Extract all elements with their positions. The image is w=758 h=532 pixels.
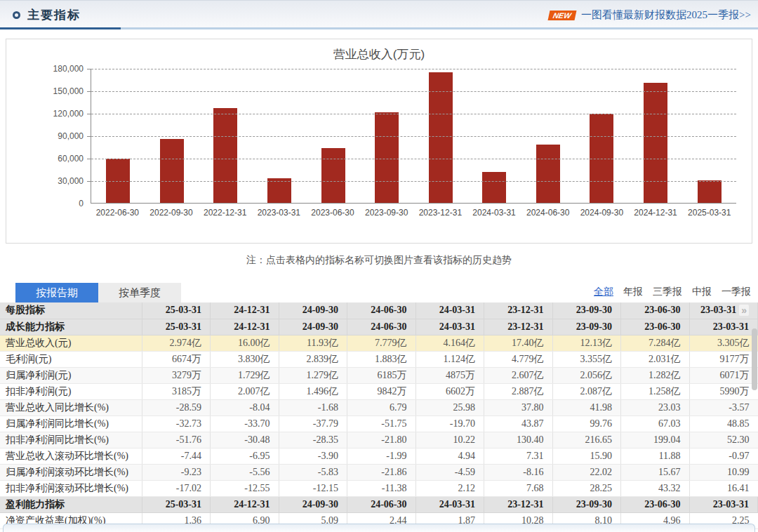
metric-value: -6.95 — [211, 448, 279, 464]
y-tick — [87, 91, 91, 92]
column-date: 24-12-31 — [211, 496, 279, 512]
table-section-row: 成长能力指标25-03-3124-12-3124-09-3024-06-3024… — [0, 319, 758, 335]
column-date: 25-03-31 — [142, 319, 211, 335]
metric-value: -3.57 — [689, 399, 758, 415]
metric-value: 7.31 — [484, 448, 553, 464]
indicator-label[interactable]: 营业总收入(元) — [0, 335, 142, 351]
column-date: 24-09-30 — [279, 302, 347, 319]
filter-link-1[interactable]: 年报 — [623, 286, 643, 297]
y-axis-label: 30,000 — [6, 176, 84, 186]
bar-chart: 2022-06-302022-09-302022-12-312023-03-31… — [6, 69, 752, 234]
metric-value: 67.03 — [621, 415, 690, 432]
metric-value: 23.03 — [621, 399, 690, 415]
metric-value: 10.22 — [415, 432, 484, 448]
y-axis-label: 0 — [6, 199, 84, 208]
table-toolbar: 按报告期 按单季度 全部年报三季报中报一季报 — [0, 283, 758, 302]
chart-title: 营业总收入(万元) — [6, 46, 752, 63]
filter-link-3[interactable]: 中报 — [692, 286, 712, 297]
table-row: 营业总收入同比增长(%)-28.59-8.04-1.686.7925.9837.… — [0, 399, 758, 415]
column-date: 23-12-31 — [484, 319, 553, 335]
metric-value: -17.02 — [142, 480, 211, 496]
indicator-label: 每股指标 — [0, 302, 142, 319]
table-row: 营业总收入滚动环比增长(%)-7.44-6.95-3.90-1.994.947.… — [0, 448, 758, 464]
column-date: 24-06-30 — [347, 319, 416, 335]
metric-value: -19.70 — [415, 415, 484, 432]
filter-link-0[interactable]: 全部 — [594, 286, 613, 297]
x-axis-label: 2024-09-30 — [575, 208, 629, 218]
promo-link[interactable]: 一图看懂最新财报数据2025一季报>> — [581, 8, 751, 22]
metric-value: 4.164亿 — [415, 335, 484, 351]
indicator-label[interactable]: 营业总收入同比增长(%) — [0, 399, 142, 415]
metric-value: 28.25 — [552, 480, 621, 496]
gridline — [91, 181, 736, 182]
indicator-label[interactable]: 归属净利润同比增长(%) — [0, 415, 142, 432]
metric-value: 11.88 — [621, 448, 690, 464]
column-date: 24-03-31 — [415, 302, 484, 319]
metric-value: 6602万 — [415, 383, 484, 399]
x-axis-label: 2024-06-30 — [521, 208, 575, 218]
filter-link-2[interactable]: 三季报 — [653, 286, 682, 297]
metric-value: 2.839亿 — [279, 351, 347, 367]
bar — [160, 139, 184, 203]
table-row: 扣非净利润(元)3185万2.007亿1.496亿9842万6602万2.887… — [0, 383, 758, 399]
metric-value: -0.97 — [689, 448, 758, 464]
table-section-row: 盈利能力指标25-03-3124-12-3124-09-3024-06-3024… — [0, 496, 758, 512]
y-tick — [87, 159, 91, 159]
bar — [213, 108, 237, 203]
indicator-label[interactable]: 归属净利润滚动环比增长(%) — [0, 464, 142, 480]
more-columns-icon[interactable]: » — [739, 305, 749, 316]
indicator-label[interactable]: 归属净利润(元) — [0, 367, 142, 383]
indicator-label[interactable]: 营业总收入滚动环比增长(%) — [0, 448, 142, 464]
x-axis-label: 2023-12-31 — [413, 208, 467, 218]
bar — [321, 148, 345, 203]
metric-value: 2.007亿 — [211, 383, 279, 399]
metric-value: 3.830亿 — [211, 351, 279, 367]
indicator-label[interactable]: 扣非净利润滚动环比增长(%) — [0, 480, 142, 496]
vertical-scrollbar[interactable] — [752, 328, 757, 390]
tab-by-report-period[interactable]: 按报告期 — [15, 283, 98, 302]
metric-value: 130.40 — [484, 432, 553, 448]
metric-value: 12.13亿 — [552, 335, 621, 351]
bar — [644, 83, 667, 203]
column-date: 25-03-31 — [142, 302, 211, 319]
metric-value: 199.04 — [621, 432, 690, 448]
metric-value: -37.79 — [279, 415, 347, 432]
table-row: 扣非净利润滚动环比增长(%)-17.02-12.55-12.15-11.382.… — [0, 480, 758, 496]
metric-value: 17.40亿 — [484, 335, 553, 351]
y-tick — [87, 181, 91, 182]
new-badge: NEW — [548, 11, 577, 20]
metric-value: 43.32 — [621, 480, 690, 496]
table-row: 营业总收入(元)2.974亿16.00亿11.93亿7.779亿4.164亿17… — [0, 335, 758, 351]
column-date: 24-06-30 — [347, 496, 416, 512]
indicator-label[interactable]: 扣非净利润(元) — [0, 383, 142, 399]
metric-value: 15.67 — [621, 464, 690, 480]
metric-value: 43.87 — [484, 415, 553, 432]
indicator-label[interactable]: 毛利润(元) — [0, 351, 142, 367]
gridline — [91, 114, 736, 114]
filter-link-4[interactable]: 一季报 — [722, 286, 751, 297]
metric-value: 1.124亿 — [415, 351, 484, 367]
metric-value: 1.258亿 — [621, 383, 690, 399]
page-header: 主要指标 NEW 一图看懂最新财报数据2025一季报>> — [0, 0, 758, 29]
column-date: 25-03-31 — [142, 496, 211, 512]
y-tick — [87, 136, 91, 137]
x-axis-label: 2023-09-30 — [359, 208, 413, 218]
section-bullet-icon — [13, 11, 20, 19]
metric-value: 216.65 — [552, 432, 621, 448]
column-date: 24-09-30 — [279, 319, 347, 335]
indicator-label[interactable]: 扣非净利润同比增长(%) — [0, 432, 142, 448]
financial-metrics-table: 每股指标25-03-3124-12-3124-09-3024-06-3024-0… — [0, 302, 758, 529]
metric-value: 2.087亿 — [552, 383, 621, 399]
metric-value: -5.56 — [211, 464, 279, 480]
period-filters: 全部年报三季报中报一季报 — [584, 286, 751, 298]
bar — [375, 112, 399, 203]
tab-by-single-quarter[interactable]: 按单季度 — [98, 283, 181, 302]
metric-value: 25.98 — [415, 399, 484, 415]
metric-value: 7.68 — [484, 480, 553, 496]
metric-value: 2.031亿 — [621, 351, 690, 367]
column-date: 24-12-31 — [211, 302, 279, 319]
bar — [536, 145, 560, 203]
metric-value: 3279万 — [142, 367, 211, 383]
metric-value: 3.305亿 — [689, 335, 758, 351]
metric-value: 4.94 — [415, 448, 484, 464]
